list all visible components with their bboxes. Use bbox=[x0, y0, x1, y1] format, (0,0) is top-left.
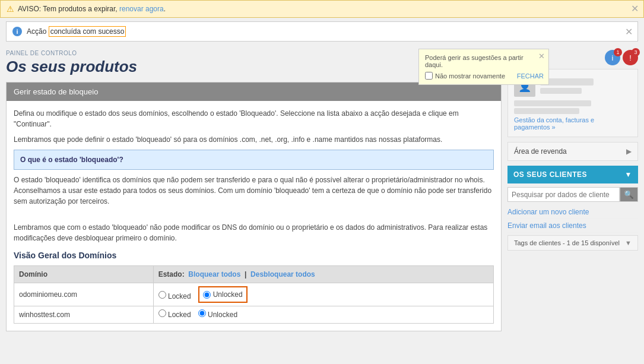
lock-all-link[interactable]: Bloquear todos bbox=[188, 270, 240, 278]
tooltip-popup: ✕ Poderá gerir as sugestões a partir daq… bbox=[418, 49, 549, 85]
tooltip-title: Poderá gerir as sugestões a partir daqui… bbox=[425, 54, 543, 68]
tooltip-close-button[interactable]: ✕ bbox=[538, 52, 545, 61]
locked-radio[interactable] bbox=[158, 291, 166, 299]
domain-name: odominiomeu.com bbox=[14, 283, 154, 306]
user-info-row-2 bbox=[514, 108, 579, 114]
user-sub bbox=[540, 88, 582, 94]
info-icon: i bbox=[12, 27, 22, 36]
reseller-label: Área de revenda bbox=[514, 147, 567, 156]
domain-section: Visão Geral dos Domínios Domínio Estado:… bbox=[14, 249, 494, 324]
info-box: O que é o estado 'bloqueado'? bbox=[14, 150, 494, 170]
warning-icon: ⚠ bbox=[7, 4, 14, 14]
account-link[interactable]: Gestão da conta, facturas e pagamentos » bbox=[514, 116, 632, 131]
tooltip-checkbox-label: Não mostrar novamente bbox=[435, 72, 505, 80]
reseller-bar[interactable]: Área de revenda ▶ bbox=[507, 142, 638, 161]
search-button[interactable]: 🔍 bbox=[620, 187, 638, 202]
info-box-title: O que é o estado 'bloqueado'? bbox=[20, 156, 123, 164]
domain-table: Domínio Estado: Bloquear todos | Desbloq… bbox=[14, 265, 494, 324]
notif-info-badge: 1 bbox=[614, 48, 622, 56]
notif-alert-icon: ! bbox=[629, 53, 632, 62]
main-layout: PAINEL DE CONTROLO Os seus produtos Geri… bbox=[0, 45, 644, 337]
info-highlight: concluída com sucesso bbox=[49, 26, 126, 37]
block-card-body: Defina ou modifique o estado dos seus do… bbox=[7, 101, 501, 331]
clients-header: OS SEUS CLIENTES ▼ bbox=[507, 166, 638, 183]
clients-title: OS SEUS CLIENTES bbox=[513, 170, 587, 179]
info-close-button[interactable]: ✕ bbox=[625, 26, 633, 37]
block-para1: Defina ou modifique o estado dos seus do… bbox=[14, 108, 494, 129]
clients-arrow-icon: ▼ bbox=[625, 170, 632, 179]
table-row: winhosttest.com Locked Unlocked bbox=[14, 306, 494, 324]
tags-label: Tags de clientes - 1 de 15 disponível bbox=[514, 239, 620, 246]
unlocked-radio[interactable] bbox=[198, 309, 206, 317]
locked-radio[interactable] bbox=[158, 309, 166, 317]
block-card: Gerir estado de bloqueio Defina ou modif… bbox=[6, 82, 502, 331]
left-panel: PAINEL DE CONTROLO Os seus produtos Geri… bbox=[6, 45, 502, 337]
renew-link[interactable]: renovar agora bbox=[119, 5, 164, 13]
add-client-link[interactable]: Adicionar um novo cliente bbox=[507, 205, 638, 219]
col-state: Estado: Bloquear todos | Desbloquear tod… bbox=[153, 266, 493, 283]
notif-alert-badge: 3 bbox=[632, 48, 640, 56]
tags-bar[interactable]: Tags de clientes - 1 de 15 disponível ▼ bbox=[507, 235, 638, 251]
warning-close-button[interactable]: ✕ bbox=[631, 4, 639, 14]
right-panel: i 1 ! 3 👤 Gestão da conta, facturas e pa… bbox=[507, 45, 638, 337]
notif-info-button[interactable]: i 1 bbox=[605, 50, 620, 65]
notif-info-icon: i bbox=[612, 53, 614, 62]
block-card-header: Gerir estado de bloqueio bbox=[7, 83, 501, 101]
reseller-arrow-icon: ▶ bbox=[626, 147, 632, 156]
notif-alert-button[interactable]: ! 3 bbox=[623, 50, 638, 65]
domain-state: Locked Unlocked bbox=[153, 306, 493, 324]
domain-name: winhosttest.com bbox=[14, 306, 154, 324]
col-domain: Domínio bbox=[14, 266, 154, 283]
tooltip-fechar-button[interactable]: FECHAR bbox=[517, 72, 544, 80]
unlock-all-link[interactable]: Desbloquear todos bbox=[250, 270, 315, 278]
unlocked-highlight: Unlocked bbox=[198, 286, 248, 303]
search-input[interactable] bbox=[507, 187, 620, 202]
search-row: 🔍 bbox=[507, 187, 638, 202]
unlocked-radio[interactable] bbox=[203, 291, 211, 299]
domain-state: Locked Unlocked bbox=[153, 283, 493, 306]
warning-text: AVISO: Tem produtos a expirar, renovar a… bbox=[18, 5, 166, 13]
info-para2: Lembramos que com o estado 'bloqueado' n… bbox=[14, 222, 494, 243]
send-email-link[interactable]: Enviar email aos clientes bbox=[507, 219, 638, 233]
table-header-row: Domínio Estado: Bloquear todos | Desbloq… bbox=[14, 266, 494, 283]
info-para1: O estado 'bloqueado' identifica os domín… bbox=[14, 175, 494, 207]
info-text: Acção concluída com sucesso bbox=[27, 27, 126, 36]
user-info-row-1 bbox=[514, 100, 591, 106]
table-row: odominiomeu.com Locked Unlocked bbox=[14, 283, 494, 306]
domain-section-title: Visão Geral dos Domínios bbox=[14, 249, 494, 262]
info-bar: i Acção concluída com sucesso ✕ bbox=[6, 21, 638, 42]
tooltip-checkbox[interactable] bbox=[425, 72, 433, 80]
warning-bar: ⚠ AVISO: Tem produtos a expirar, renovar… bbox=[0, 0, 644, 18]
tags-arrow-icon: ▼ bbox=[625, 239, 632, 246]
block-para2: Lembramos que pode definir o estado 'blo… bbox=[14, 134, 494, 145]
